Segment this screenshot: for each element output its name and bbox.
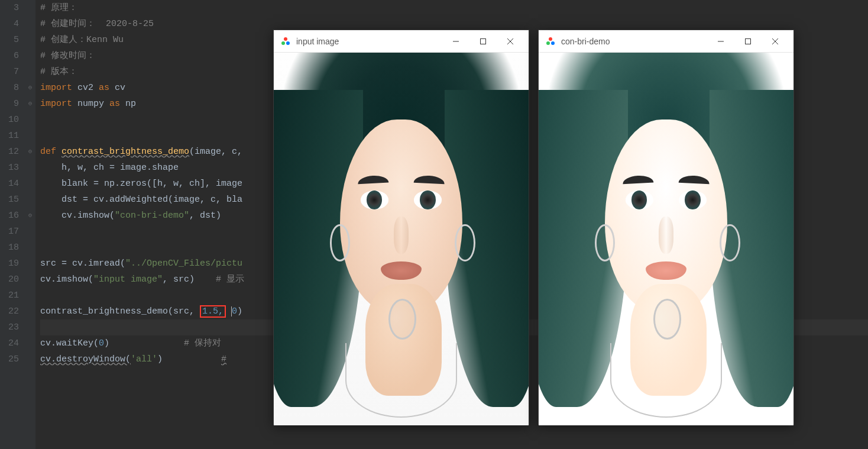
code-text: dst = cv.addWeighted(image, c, bla [40, 195, 242, 205]
svg-point-9 [551, 41, 555, 45]
svg-rect-11 [746, 38, 751, 44]
fold-column: ⊖ ⊖ ⊖ ⊖ [25, 0, 35, 449]
minimize-button[interactable] [442, 30, 469, 52]
maximize-button[interactable] [469, 30, 497, 52]
comment: # 创建时间： 2020-8-25 [40, 19, 154, 29]
minimize-button[interactable] [707, 30, 734, 52]
line-number: 20 [0, 272, 25, 288]
line-number: 17 [0, 224, 25, 240]
line-number: 3 [0, 0, 25, 16]
line-number: 14 [0, 176, 25, 192]
image-content [539, 53, 793, 425]
comment: # 创建人：Kenn Wu [40, 35, 124, 45]
maximize-button[interactable] [734, 30, 762, 52]
svg-point-1 [281, 41, 285, 45]
comment: # [221, 354, 226, 364]
line-number: 18 [0, 240, 25, 256]
string-literal: "../OpenCV_Files/pictu [125, 259, 242, 269]
comment: # 版本： [40, 67, 77, 77]
svg-rect-4 [481, 38, 486, 44]
line-gutter: 3 4 5 6 7 8 9 10 11 12 13 14 15 16 17 18… [0, 0, 25, 449]
fold-marker[interactable]: ⊖ [25, 144, 35, 160]
comment: # 显示 [216, 274, 244, 285]
line-number: 9 [0, 96, 25, 112]
image-content [274, 53, 529, 425]
comment: # 修改时间： [40, 51, 95, 61]
comment: # 保持对 [184, 338, 221, 348]
window-input-image[interactable]: input image [273, 30, 529, 425]
line-number: 11 [0, 128, 25, 144]
line-number: 21 [0, 288, 25, 303]
string-literal: "con-bri-demo" [115, 211, 189, 221]
fold-marker[interactable]: ⊖ [25, 208, 35, 224]
keyword-import: import [40, 83, 77, 93]
svg-point-0 [284, 37, 287, 41]
line-number: 6 [0, 48, 25, 64]
line-number: 24 [0, 335, 25, 351]
close-button[interactable] [762, 30, 789, 52]
line-number: 22 [0, 303, 25, 319]
keyword-import: import [40, 99, 77, 109]
highlighted-value: 1.5, [200, 305, 226, 318]
line-number: 7 [0, 64, 25, 80]
svg-point-2 [286, 41, 290, 45]
line-number: 12 [0, 144, 25, 160]
svg-point-7 [549, 37, 552, 41]
code-text: blank = np.zeros([h, w, ch], image [40, 179, 242, 189]
line-number: 8 [0, 80, 25, 96]
line-number: 23 [0, 319, 25, 335]
line-number: 19 [0, 256, 25, 272]
line-number: 4 [0, 16, 25, 32]
line-number: 16 [0, 208, 25, 224]
line-number: 5 [0, 32, 25, 48]
function-name: contrast_brightness_demo [61, 147, 189, 157]
opencv-icon [281, 37, 290, 46]
svg-point-8 [546, 41, 550, 45]
titlebar[interactable]: con-bri-demo [539, 30, 793, 53]
code-text: h, w, ch = image.shape [40, 163, 179, 173]
fold-marker[interactable]: ⊖ [25, 96, 35, 112]
string-literal: 'all' [131, 354, 157, 364]
window-title: con-bri-demo [561, 37, 707, 46]
window-title: input image [296, 37, 442, 46]
comment: # 原理： [40, 3, 77, 13]
line-number: 13 [0, 160, 25, 176]
close-button[interactable] [497, 30, 524, 52]
window-con-bri-demo[interactable]: con-bri-demo [538, 30, 794, 425]
line-number: 25 [0, 351, 25, 367]
line-number: 15 [0, 192, 25, 208]
titlebar[interactable]: input image [274, 30, 529, 53]
keyword-def: def [40, 147, 61, 157]
string-literal: "input image" [93, 274, 163, 285]
line-number: 10 [0, 112, 25, 128]
fold-marker[interactable]: ⊖ [25, 80, 35, 96]
opencv-icon [546, 37, 555, 46]
